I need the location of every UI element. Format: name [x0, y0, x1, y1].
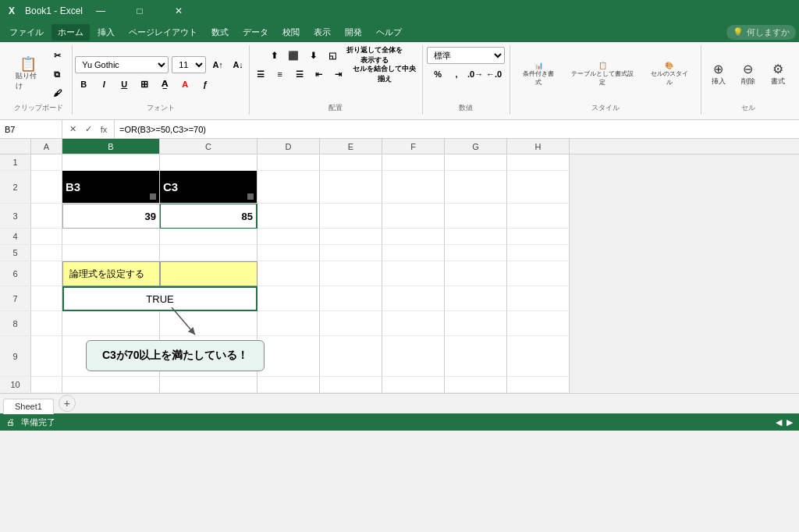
increase-decimal-button[interactable]: .0→ — [467, 66, 484, 83]
cancel-formula-icon[interactable]: ✕ — [66, 122, 80, 137]
cell-f6[interactable] — [382, 261, 445, 286]
cell-h10[interactable] — [507, 377, 570, 393]
cell-d10[interactable] — [257, 377, 320, 393]
cell-c6[interactable] — [160, 261, 257, 286]
cell-a1[interactable] — [31, 154, 62, 171]
cell-styles-button[interactable]: 🎨 セルのスタイル — [645, 59, 695, 90]
strikethrough-button[interactable]: ƒ — [197, 76, 214, 93]
format-button[interactable]: ⚙ 書式 — [765, 59, 790, 90]
menu-page-layout[interactable]: ページレイアウト — [123, 24, 204, 41]
merge-center-button[interactable]: セルを結合して中央揃え — [350, 66, 420, 83]
cell-c1[interactable] — [160, 154, 257, 171]
cell-c5[interactable] — [160, 245, 257, 261]
cell-a6[interactable] — [31, 261, 62, 286]
font-name-select[interactable]: Yu Gothic — [75, 56, 169, 73]
cell-a10[interactable] — [31, 377, 62, 393]
cell-d4[interactable] — [257, 229, 320, 245]
cell-f4[interactable] — [382, 229, 445, 245]
col-header-g[interactable]: G — [445, 139, 507, 154]
orientation-button[interactable]: ◱ — [324, 47, 341, 64]
cell-b3[interactable]: 39 — [62, 204, 160, 229]
cell-h5[interactable] — [507, 245, 570, 261]
cell-h1[interactable] — [507, 154, 570, 171]
cell-a8[interactable] — [31, 311, 62, 336]
cell-b5[interactable] — [62, 245, 160, 261]
menu-data[interactable]: データ — [236, 24, 275, 41]
cell-f3[interactable] — [382, 204, 445, 229]
scroll-left-icon[interactable]: ◀ — [776, 417, 782, 427]
bold-button[interactable]: B — [75, 76, 92, 93]
number-format-select[interactable]: 標準 — [427, 47, 505, 64]
cell-e3[interactable] — [320, 204, 382, 229]
cell-g8[interactable] — [445, 311, 507, 336]
cell-e10[interactable] — [320, 377, 382, 393]
sheet-tab-sheet1[interactable]: Sheet1 — [3, 399, 54, 414]
cell-c10[interactable] — [160, 377, 257, 393]
cell-h6[interactable] — [507, 261, 570, 286]
font-color-button[interactable]: A — [176, 76, 194, 93]
cell-d3[interactable] — [257, 204, 320, 229]
cell-e6[interactable] — [320, 261, 382, 286]
scroll-right-icon[interactable]: ▶ — [787, 417, 793, 427]
align-center-button[interactable]: ≡ — [272, 66, 289, 83]
cell-h4[interactable] — [507, 229, 570, 245]
conditional-format-button[interactable]: 📊 条件付き書式 — [517, 59, 561, 90]
wrap-text-button[interactable]: 折り返して全体を表示する — [343, 47, 406, 64]
menu-review[interactable]: 校閲 — [276, 24, 306, 41]
menu-dev[interactable]: 開発 — [339, 24, 368, 41]
cell-f1[interactable] — [382, 154, 445, 171]
copy-button[interactable]: ⧉ — [48, 66, 66, 83]
cell-c4[interactable] — [160, 229, 257, 245]
cell-e7[interactable] — [320, 286, 382, 311]
cell-h3[interactable] — [507, 204, 570, 229]
cell-a5[interactable] — [31, 245, 62, 261]
cell-d5[interactable] — [257, 245, 320, 261]
cell-a2[interactable] — [31, 171, 62, 204]
cell-d9[interactable] — [257, 336, 320, 377]
col-header-b[interactable]: B — [62, 139, 160, 154]
cell-b9[interactable]: C3が70以上を満たしている！ — [62, 336, 160, 377]
cell-e9[interactable] — [320, 336, 382, 377]
cell-g9[interactable] — [445, 336, 507, 377]
cut-button[interactable]: ✂ — [48, 47, 66, 64]
cell-b4[interactable] — [62, 229, 160, 245]
cell-b6[interactable]: 論理式を設定する — [62, 261, 160, 286]
cell-d6[interactable] — [257, 261, 320, 286]
italic-button[interactable]: I — [95, 76, 112, 93]
delete-button[interactable]: ⊖ 削除 — [736, 59, 761, 90]
menu-view[interactable]: 表示 — [307, 24, 337, 41]
minimize-button[interactable]: — — [83, 0, 119, 22]
comma-button[interactable]: , — [448, 66, 465, 83]
cell-g7[interactable] — [445, 286, 507, 311]
cell-g6[interactable] — [445, 261, 507, 286]
menu-home[interactable]: ホーム — [51, 24, 90, 41]
align-left-button[interactable]: ☰ — [252, 66, 269, 83]
cell-a7[interactable] — [31, 286, 62, 311]
add-sheet-button[interactable]: + — [59, 395, 76, 412]
menu-help[interactable]: ヘルプ — [370, 24, 408, 41]
align-bottom-button[interactable]: ⬇ — [304, 47, 321, 64]
decrease-indent-button[interactable]: ⇤ — [311, 66, 328, 83]
cell-e8[interactable] — [320, 311, 382, 336]
menu-insert[interactable]: 挿入 — [91, 24, 121, 41]
maximize-button[interactable]: □ — [122, 0, 158, 22]
cell-h8[interactable] — [507, 311, 570, 336]
cell-g10[interactable] — [445, 377, 507, 393]
cell-a9[interactable] — [31, 336, 62, 377]
cell-f10[interactable] — [382, 377, 445, 393]
cell-e5[interactable] — [320, 245, 382, 261]
col-header-c[interactable]: C — [160, 139, 257, 154]
cell-b2[interactable]: B3 — [62, 171, 160, 204]
decrease-font-button[interactable]: A↓ — [229, 56, 247, 73]
menu-file[interactable]: ファイル — [3, 24, 50, 41]
cell-f5[interactable] — [382, 245, 445, 261]
cell-h9[interactable] — [507, 336, 570, 377]
increase-indent-button[interactable]: ⇥ — [330, 66, 347, 83]
cell-e1[interactable] — [320, 154, 382, 171]
cell-c3[interactable]: 85 — [160, 204, 257, 229]
cell-g4[interactable] — [445, 229, 507, 245]
cell-f9[interactable] — [382, 336, 445, 377]
cell-f2[interactable] — [382, 171, 445, 204]
formula-input[interactable]: =OR(B3>=50,C3>=70) — [115, 125, 799, 134]
fill-color-button[interactable]: A̲ — [156, 76, 173, 93]
